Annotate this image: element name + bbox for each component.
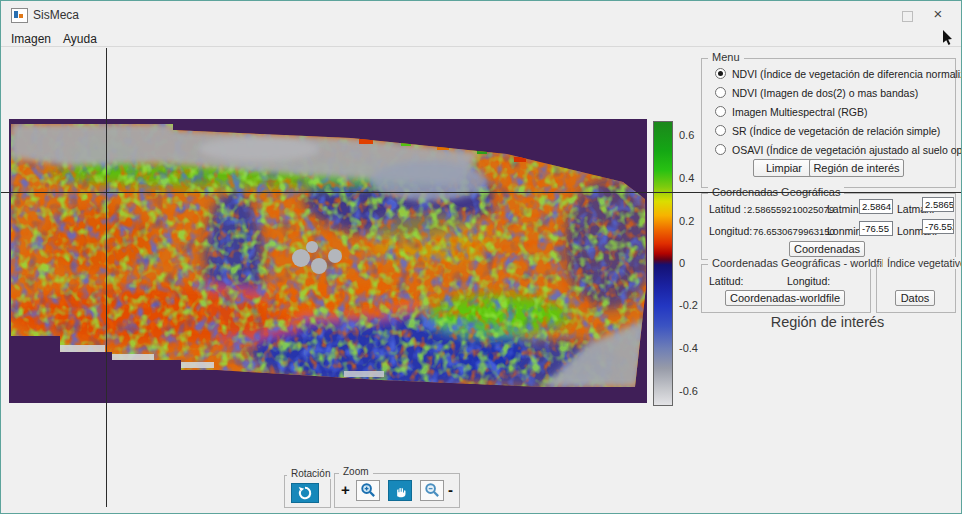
crosshair-horizontal-line xyxy=(1,192,962,193)
radio-ndvi-bandas[interactable]: NDVI (Imagen de dos(2) o mas bandas) xyxy=(715,86,953,99)
colorbar-tick: -0.2 xyxy=(679,299,698,311)
worldfile-latitud-label: Latitud: xyxy=(709,275,743,287)
title-bar: SisMeca × xyxy=(1,1,961,28)
coordenadas-worldfile-button[interactable]: Coordenadas-worldfile xyxy=(725,290,845,306)
colorbar-tick: 0 xyxy=(679,257,685,269)
maximize-button[interactable] xyxy=(902,11,913,22)
mouse-cursor xyxy=(942,30,955,46)
worldfile-longitud-label: Longitud: xyxy=(787,275,830,287)
zoom-plus-sign: + xyxy=(341,481,350,498)
close-button[interactable]: × xyxy=(929,5,947,22)
zoom-panel-title: Zoom xyxy=(339,466,373,477)
menu-ayuda[interactable]: Ayuda xyxy=(59,31,101,47)
menu-options: NDVI (Índice de vegetación de diferencia… xyxy=(715,67,953,156)
zoom-in-icon xyxy=(360,482,377,499)
colorbar-tick: 0.4 xyxy=(679,172,694,184)
longitud-value: 76.6530679963150 xyxy=(753,226,835,237)
lonmin-field[interactable]: -76.55 xyxy=(859,221,893,236)
window-title: SisMeca xyxy=(33,8,79,22)
worldfile-panel-title: Coordenadas Geográficas - worldfile xyxy=(708,257,895,269)
latitud-label: Latitud : xyxy=(709,203,746,215)
pan-button[interactable] xyxy=(388,480,412,501)
zoom-in-button[interactable] xyxy=(356,480,380,501)
colorbar-tick: 0.6 xyxy=(679,129,694,141)
ndvi-map-axes[interactable] xyxy=(9,119,647,403)
datos-button[interactable]: Datos xyxy=(895,290,935,306)
app-icon xyxy=(11,8,28,23)
radio-ndvi[interactable]: NDVI (Índice de vegetación de diferencia… xyxy=(715,67,953,80)
hand-icon xyxy=(393,483,408,498)
ndvi-colorbar xyxy=(653,121,673,406)
latmin-label: Latmin: xyxy=(827,203,861,215)
latmin-field[interactable]: 2.5864 xyxy=(859,199,893,214)
zoom-minus-sign: - xyxy=(448,481,453,498)
radio-button-icon xyxy=(715,68,726,79)
menu-panel-title: Menu xyxy=(708,51,744,63)
zoom-out-icon xyxy=(424,482,441,499)
colorbar-tick: -0.6 xyxy=(679,385,698,397)
radio-button-icon xyxy=(715,106,726,117)
indice-panel-title: Índice vegetativo xyxy=(883,257,962,269)
radio-multiespectral[interactable]: Imagen Multiespectral (RGB) xyxy=(715,105,953,118)
region-de-interes-title: Región de interés xyxy=(701,314,954,330)
colorbar-tick: -0.4 xyxy=(679,342,698,354)
zoom-out-button[interactable] xyxy=(420,480,444,501)
menu-imagen[interactable]: Imagen xyxy=(7,31,55,47)
lonmax-field[interactable]: -76.552 xyxy=(922,219,954,234)
rotate-button[interactable] xyxy=(291,483,319,503)
radio-button-icon xyxy=(715,125,726,136)
menu-separator xyxy=(1,46,961,47)
crosshair-vertical-line xyxy=(106,48,107,507)
radio-button-icon xyxy=(715,87,726,98)
radio-osavi[interactable]: OSAVI (Índice de vegetación ajustado al … xyxy=(715,143,953,156)
limpiar-button[interactable]: Limpiar xyxy=(753,159,815,177)
latmax-field[interactable]: 2.58658 xyxy=(922,197,954,212)
coordenadas-button[interactable]: Coordenadas xyxy=(789,241,865,257)
latitud-value: 2.586559210025079 xyxy=(747,204,834,215)
rotacion-panel-title: Rotación xyxy=(287,468,334,479)
radio-button-icon xyxy=(715,144,726,155)
longitud-label: Longitud: xyxy=(709,225,752,237)
colorbar-tick: 0.2 xyxy=(679,215,694,227)
app-window: SisMeca × Imagen Ayuda xyxy=(0,0,962,514)
region-de-interes-button[interactable]: Región de interés xyxy=(809,159,904,177)
radio-sr[interactable]: SR (Índice de vegetación de relación sim… xyxy=(715,124,953,137)
rotate-icon xyxy=(297,485,313,501)
